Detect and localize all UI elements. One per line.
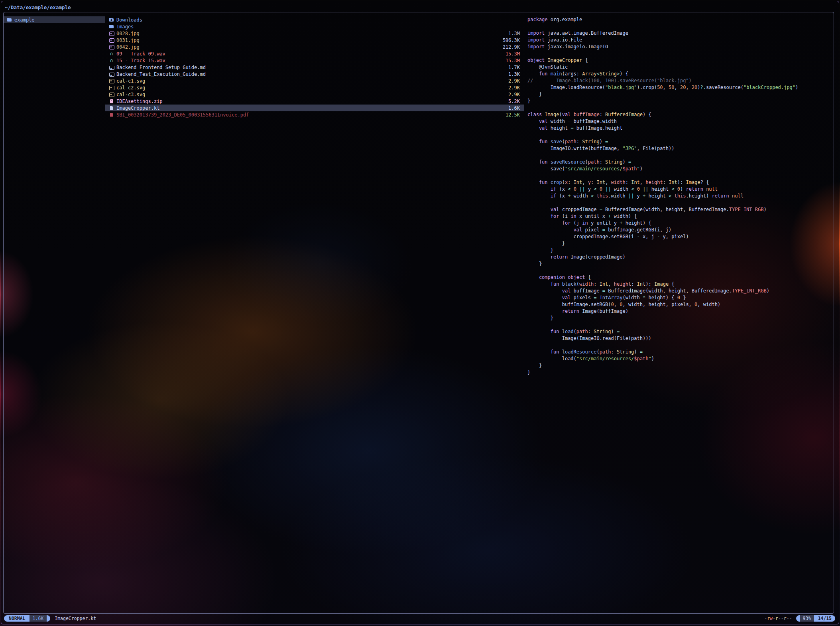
code-token: import [527,44,545,49]
file-name: cal-c3.svg [116,92,145,97]
code-token: y [634,193,643,199]
file-size: 2.9K [508,85,520,91]
code-token: ) [697,85,700,90]
code-token: Image [542,112,559,117]
code-token: in [570,213,576,219]
file-row[interactable]: IDEAsettings.zip5.2K [105,98,524,105]
code-token: pixel [582,227,602,233]
pill-cap-icon [796,615,800,622]
file-row[interactable]: Backend_Frontend_Setup_Guide.md1.7K [105,64,524,71]
code-token: height [548,125,571,131]
code-token: null [703,186,718,192]
permission-char: r [784,616,787,621]
status-bar-left: NORMAL 1.6K ImageCropper.kt [4,615,96,622]
code-token: || [628,193,634,199]
code-line [527,322,834,328]
file-row[interactable]: cal-c3.svg2.9K [105,91,524,98]
code-token: Image(ImageIO.read(File(path))) [527,336,651,341]
code-line: save("src/main/resources/$path") [527,166,834,172]
code-token: : [626,180,631,185]
code-line: val pixels = IntArray(width * height) { … [527,294,834,301]
code-token: ( [562,139,565,144]
code-token: ).crop( [637,85,657,90]
pdf-icon [109,112,114,117]
file-name: 15 - Track 15.wav [116,58,165,63]
code-token: 20 [680,85,686,90]
code-token: = [602,227,605,233]
code-token: ) [767,288,769,294]
code-line: val buffImage = BufferedImage(width, hei… [527,288,834,294]
parent-dir-row[interactable]: example [4,16,105,23]
file-name: cal-c2.svg [116,85,145,91]
code-token: Int [631,180,640,185]
file-row[interactable]: ∩15 - Track 15.wav15.3M [105,57,524,64]
code-token: y, pixel) [660,234,689,239]
code-token: croppedImage.setRGB(i [527,234,637,239]
file-row[interactable]: 0031.jpg586.3K [105,37,524,43]
file-row[interactable]: cal-c1.svg2.9K [105,77,524,84]
breadcrumb: ~/Data/example/example [5,3,71,11]
code-token: width) { [611,213,637,219]
code-token: in [582,220,588,226]
permission-char: - [787,616,789,621]
parent-dir-name: example [14,17,35,23]
scroll-percentage: 93% [800,615,814,622]
code-line: companion object { [527,274,834,281]
code-token: = [605,139,608,144]
file-row[interactable]: cal-c2.svg2.9K [105,84,524,91]
file-row[interactable]: SBI_0032013739_2023_DE05_0003155631Invoi… [105,111,524,118]
code-token: } [527,369,530,375]
code-token: (i [559,213,570,219]
code-token: main [548,71,562,77]
code-token: val [527,207,559,212]
code-token: $path [622,166,637,172]
code-token: height [649,186,672,192]
code-token: = [600,207,602,212]
file-row[interactable]: ImageCropper.kt1.6K [105,105,524,111]
permission-char: - [781,616,784,621]
code-token: height [645,193,669,199]
code-line: } [527,240,834,247]
code-token: : [600,112,605,117]
file-row[interactable]: Images [105,23,524,30]
code-line: } [527,362,834,369]
code-token: ) [634,349,639,355]
code-line: val pixel = buffImage.getRGB(i, j) [527,227,834,233]
code-token: (args: [562,71,582,77]
code-token: fun [527,349,559,355]
code-token: < [596,71,599,77]
vector-image-icon [109,92,114,97]
code-token: Int [596,180,605,185]
file-name: IDEAsettings.zip [116,99,163,104]
code-token: croppedImage [559,207,599,212]
code-token: ( [585,159,588,165]
file-preview-pane: package org.example import java.awt.imag… [524,12,834,613]
code-line: import java.awt.image.BufferedImage [527,30,834,37]
file-name: Images [116,24,134,30]
code-token: ) [640,166,643,172]
code-token: fun [527,139,548,144]
markdown-icon [109,65,114,70]
code-token: buffImage.width [570,118,617,124]
code-token: } [527,241,565,246]
vector-image-icon [109,78,114,83]
code-token: save( [527,166,565,172]
code-token: .width [608,193,628,199]
code-token [671,193,674,199]
code-line: } [527,98,834,105]
file-row[interactable]: 0028.jpg1.3M [105,30,524,37]
code-token: buffImage.setRGB( [527,302,611,307]
file-row[interactable]: Backend_Test_Execution_Guide.md1.3K [105,71,524,77]
code-token: Int [574,180,582,185]
code-token: , File(path)) [637,146,675,151]
current-path: ~/Data/example/example [5,4,71,10]
code-token: Image [654,281,669,287]
file-row[interactable]: 0042.jpg212.9K [105,43,524,50]
code-token: width [579,281,594,287]
file-row[interactable]: Downloads [105,16,524,23]
code-token: = [570,125,573,131]
code-token [576,186,579,192]
file-row[interactable]: ∩09 - Track 09.wav15.3M [105,50,524,57]
code-token: IntArray [600,295,623,300]
code-token: ) [611,329,617,334]
